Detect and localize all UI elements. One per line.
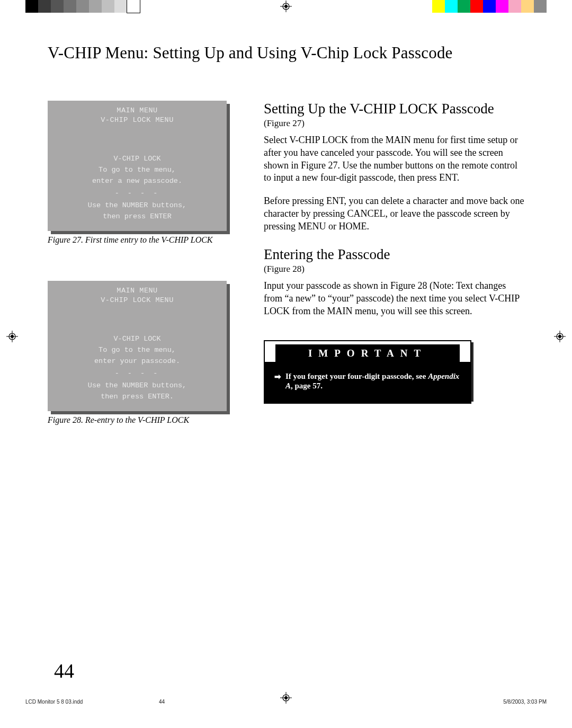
tv-dashes: - - - - xyxy=(48,368,227,379)
colorbar-left xyxy=(25,0,140,13)
figure-ref: (Figure 28) xyxy=(264,264,524,274)
tv-header: V-CHIP LOCK MENU xyxy=(48,116,227,125)
figure-28-screen: MAIN MENU V-CHIP LOCK MENU V-CHIP LOCK T… xyxy=(48,281,233,411)
important-callout: IMPORTANT ➡ If you forget your four-digi… xyxy=(264,340,471,404)
section-heading: Setting Up the V-CHIP LOCK Passcode xyxy=(264,101,524,117)
registration-mark-icon xyxy=(6,331,18,342)
page-title: V-CHIP Menu: Setting Up and Using V-Chip… xyxy=(48,43,524,63)
body-text: Select V-CHIP LOCK from the MAIN menu fo… xyxy=(264,134,524,184)
footer-file: LCD Monitor 5 8 03.indd xyxy=(25,699,83,705)
tv-line: V-CHIP LOCK xyxy=(48,154,227,165)
figure-27-caption: Figure 27. First time entry to the V-CHI… xyxy=(48,235,233,245)
tv-line: Use the NUMBER buttons, xyxy=(48,200,227,211)
tv-line: enter a new passcode. xyxy=(48,176,227,187)
section-heading: Entering the Passcode xyxy=(264,246,524,263)
tv-line: enter your passcode. xyxy=(48,356,227,367)
tv-line: To go to the menu, xyxy=(48,165,227,176)
tv-line: V-CHIP LOCK xyxy=(48,334,227,345)
footer-page: 44 xyxy=(159,699,165,705)
figure-28-caption: Figure 28. Re-entry to the V-CHIP LOCK xyxy=(48,415,233,425)
tv-header: MAIN MENU xyxy=(48,286,227,296)
arrow-right-icon: ➡ xyxy=(274,372,281,392)
body-text: Before pressing ENT, you can delete a ch… xyxy=(264,195,524,233)
figure-27-screen: MAIN MENU V-CHIP LOCK MENU V-CHIP LOCK T… xyxy=(48,101,233,231)
page-number: 44 xyxy=(54,659,74,682)
colorbar-right xyxy=(432,0,547,13)
important-heading: IMPORTANT xyxy=(275,344,460,362)
important-text: If you forget your four-digit passcode, … xyxy=(285,371,464,392)
footer-datetime: 5/8/2003, 3:03 PM xyxy=(503,699,547,705)
body-text: Input your passcode as shown in Figure 2… xyxy=(264,280,524,317)
registration-mark-icon xyxy=(554,331,566,342)
tv-line: To go to the menu, xyxy=(48,345,227,356)
tv-header: MAIN MENU xyxy=(48,106,227,116)
tv-line: then press ENTER xyxy=(48,211,227,223)
tv-line: then press ENTER. xyxy=(48,392,227,403)
tv-header: V-CHIP LOCK MENU xyxy=(48,296,227,305)
footer: LCD Monitor 5 8 03.indd 44 5/8/2003, 3:0… xyxy=(25,699,547,705)
tv-dashes: - - - - xyxy=(48,188,227,199)
figure-ref: (Figure 27) xyxy=(264,118,524,129)
tv-line: Use the NUMBER buttons, xyxy=(48,380,227,392)
registration-mark-icon xyxy=(280,1,292,12)
